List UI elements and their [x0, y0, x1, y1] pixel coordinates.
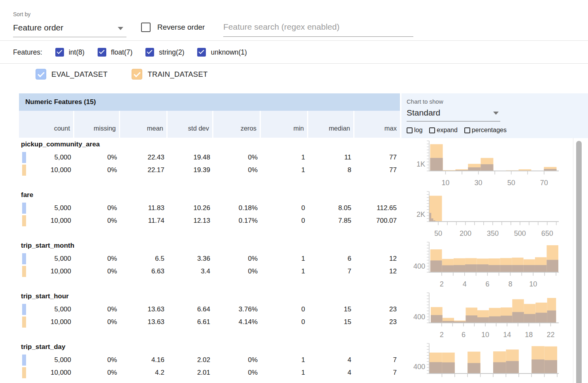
stats-row-EVAL_DATASET: 5,0000%6.53.360%1612: [19, 252, 400, 265]
dataset-checkbox-TRAIN_DATASET[interactable]: TRAIN_DATASET: [132, 69, 207, 80]
chart-toggle-log[interactable]: log: [407, 127, 422, 134]
sort-by-value: Feature order: [13, 23, 63, 32]
x-tick-label: 200: [460, 229, 471, 237]
checkbox-icon: [141, 23, 151, 32]
x-tick-label: 14: [503, 331, 511, 339]
search-input[interactable]: [223, 20, 413, 37]
histogram-bar-eval: [454, 265, 465, 272]
chart-toggle-percentages[interactable]: percentages: [464, 127, 507, 134]
column-header-missing: missing: [74, 111, 120, 138]
x-tick-label: 6: [485, 280, 489, 288]
stat-cell-count: 10,000: [19, 265, 74, 278]
y-axis-label: 1K: [416, 160, 425, 168]
histogram-bar-eval: [431, 315, 443, 323]
checkbox-checked-icon: [132, 69, 142, 80]
histogram-bar-eval: [500, 265, 512, 272]
histogram-bar-eval: [524, 314, 536, 323]
histogram-bar-eval: [468, 167, 481, 171]
checkbox-unchecked-icon: [429, 127, 435, 133]
x-tick-label: 22: [547, 331, 554, 339]
histogram-bar-eval: [442, 362, 454, 374]
table-title: Numeric Features (15): [25, 98, 96, 106]
histogram-bar-eval: [531, 360, 544, 374]
stat-cell-missing: 0%: [74, 164, 120, 176]
feature-type-filter-bar: Features: int(8)float(7)string(2)unknown…: [0, 41, 588, 64]
stat-cell-max: 12: [354, 265, 400, 278]
feature-type-checkbox-float-7-[interactable]: float(7): [98, 48, 132, 57]
checkbox-checked-icon: [98, 48, 106, 57]
x-tick-label: 2: [440, 280, 444, 288]
feature-name: trip_start_month: [19, 241, 400, 252]
histogram-fare: 502003505006502K: [401, 190, 573, 241]
column-header-max: max: [354, 111, 400, 138]
histogram-bar-eval: [547, 260, 558, 272]
reverse-order-checkbox[interactable]: Reverse order: [141, 23, 205, 32]
stat-cell-std dev: 3.4: [168, 265, 213, 278]
column-header-zeros: zeros: [213, 111, 261, 138]
stat-cell-count: 10,000: [19, 316, 74, 328]
checkbox-unchecked-icon: [464, 127, 470, 133]
chart-toggle-label: percentages: [472, 127, 507, 134]
x-tick-label: 50: [507, 179, 515, 187]
x-tick-label: 10: [481, 331, 489, 339]
stat-cell-std dev: 19.39: [168, 164, 213, 176]
histogram-bar-eval: [547, 311, 556, 323]
reverse-order-label: Reverse order: [157, 23, 205, 32]
stat-cell-median: 7.85: [308, 214, 354, 227]
stat-cell-max: 23: [354, 303, 400, 316]
feature-name: fare: [19, 190, 400, 202]
stat-cell-min: 0: [261, 202, 308, 214]
feature-type-label: string(2): [159, 48, 184, 57]
column-header-std-dev: std dev: [168, 111, 213, 138]
stats-row-TRAIN_DATASET: 10,0000%22.1719.390%1877: [19, 164, 400, 176]
stat-cell-zeros: 0%: [213, 265, 261, 278]
chart-toggle-label: log: [414, 127, 422, 134]
stat-cell-min: 0: [261, 303, 308, 316]
y-axis-label: 400: [413, 313, 425, 321]
stat-cell-mean: 13.63: [120, 316, 168, 328]
stat-cell-median: 4: [308, 366, 354, 379]
column-header-min: min: [261, 111, 308, 138]
y-axis-label: 400: [413, 262, 425, 270]
stat-cell-mean: 13.63: [120, 303, 168, 316]
feature-type-label: unknown(1): [211, 48, 247, 57]
feature-name: trip_start_day: [19, 342, 400, 354]
stat-cell-count: 5,000: [19, 151, 74, 164]
histogram-bar-eval: [465, 264, 477, 272]
checkbox-checked-icon: [55, 48, 64, 57]
vertical-scrollbar[interactable]: [576, 141, 582, 383]
sort-by-select[interactable]: Feature order: [13, 21, 126, 37]
x-tick-label: 8: [508, 280, 512, 288]
chart-toggle-expand[interactable]: expand: [429, 127, 458, 134]
dataset-color-chip: [22, 266, 26, 277]
feature-block-pickup_community_area: pickup_community_area5,0000%22.4319.480%…: [19, 139, 400, 190]
chart-toggle-label: expand: [437, 127, 458, 134]
stat-cell-mean: 11.74: [120, 214, 168, 227]
feature-type-checkbox-string-2-[interactable]: string(2): [145, 48, 184, 57]
x-tick-label: 6: [462, 331, 466, 339]
dataset-checkbox-EVAL_DATASET[interactable]: EVAL_DATASET: [36, 69, 107, 80]
dataset-color-chip: [22, 152, 26, 163]
dataset-label: TRAIN_DATASET: [147, 70, 207, 79]
stat-cell-min: 0: [261, 214, 308, 227]
stat-cell-max: 77: [354, 164, 400, 176]
stats-row-TRAIN_DATASET: 10,0000%11.7412.130.17%07.85700.07: [19, 214, 400, 227]
histogram-bar-eval: [535, 265, 547, 272]
stats-row-TRAIN_DATASET: 10,0000%6.633.40%1712: [19, 265, 400, 278]
histogram-trip_start_month: 246810400: [401, 241, 573, 291]
stats-row-EVAL_DATASET: 5,0000%22.4319.480%11177: [19, 151, 400, 164]
chart-slot-fare: 502003505006502K: [401, 190, 573, 241]
feature-type-label: int(8): [69, 48, 85, 57]
feature-name: pickup_community_area: [19, 139, 400, 151]
histogram-bar-eval: [477, 317, 489, 323]
chart-type-select[interactable]: Standard: [407, 107, 500, 121]
histogram-bar-eval: [488, 265, 500, 272]
histogram-bar-eval: [512, 265, 524, 272]
stat-cell-count: 10,000: [19, 366, 74, 379]
feature-search: [223, 20, 413, 37]
stats-row-TRAIN_DATASET: 10,0000%4.22.010%147: [19, 366, 400, 379]
feature-type-checkbox-int-8-[interactable]: int(8): [55, 48, 85, 57]
stat-cell-median: 4: [308, 354, 354, 366]
stat-cell-min: 1: [261, 265, 308, 278]
feature-type-checkbox-unknown-1-[interactable]: unknown(1): [197, 48, 247, 57]
